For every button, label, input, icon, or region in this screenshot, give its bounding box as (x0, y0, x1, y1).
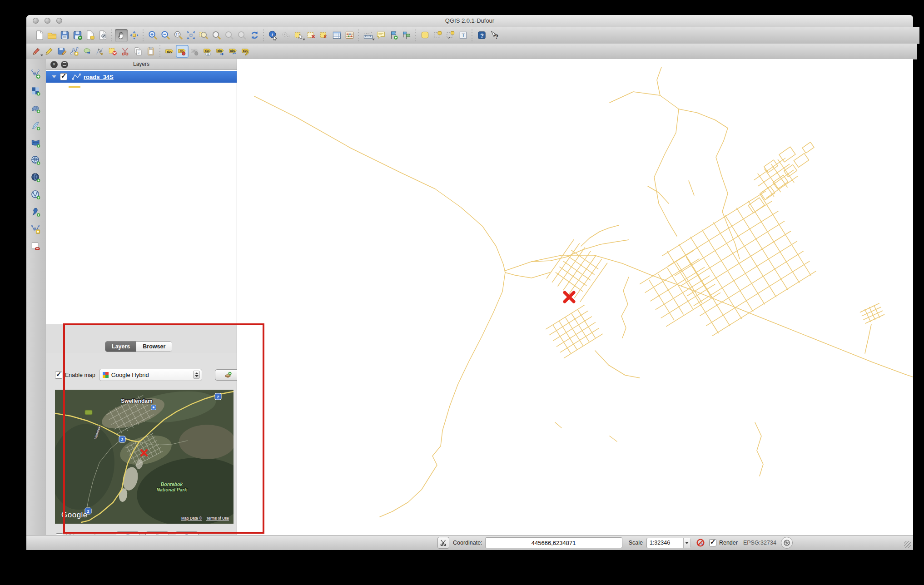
google-logo[interactable]: Google (61, 511, 88, 519)
save-project-as-icon[interactable] (71, 29, 84, 42)
toolbar-separator (413, 30, 417, 41)
whats-this-icon[interactable]: ? (488, 29, 501, 42)
remove-layer-icon[interactable] (30, 240, 42, 253)
zoom-next-icon[interactable] (235, 29, 248, 42)
zoom-to-selection-icon[interactable] (210, 29, 223, 42)
help-contents-icon[interactable]: ? (475, 29, 488, 42)
close-panel-icon[interactable]: × (50, 61, 58, 68)
resize-grip[interactable] (904, 541, 911, 548)
save-layer-edits-icon[interactable] (55, 45, 68, 58)
form-annotation-icon (432, 30, 443, 40)
current-edits-icon[interactable] (30, 45, 43, 58)
copy-features-icon[interactable] (132, 45, 144, 58)
new-bookmark-icon[interactable] (387, 29, 400, 42)
paste-features-icon[interactable] (144, 45, 157, 58)
enable-map-checkbox[interactable] (55, 372, 62, 379)
open-project-icon[interactable] (45, 29, 58, 42)
title-bar[interactable]: QGIS 2.0.1-Dufour (26, 15, 913, 27)
add-spatialite-layer-icon[interactable] (30, 119, 42, 132)
crs-status-button[interactable] (781, 537, 793, 549)
zoom-full-icon (186, 30, 196, 40)
tab-browser[interactable]: Browser (136, 342, 172, 352)
layers-list[interactable]: roads_34S (46, 70, 237, 324)
identify-features-icon[interactable]: i (267, 29, 279, 42)
delete-selected-icon[interactable] (106, 45, 119, 58)
new-project-icon[interactable] (33, 29, 45, 42)
label-move-icon[interactable]: abc (214, 45, 227, 58)
label-pin-icon[interactable]: ab (176, 45, 189, 58)
add-mssql-layer-icon[interactable] (30, 136, 42, 149)
map-canvas[interactable] (237, 59, 913, 535)
add-delimited-text-icon[interactable] (30, 205, 42, 218)
attribute-table-icon[interactable] (330, 29, 343, 42)
layer-visibility-checkbox[interactable] (60, 73, 67, 80)
run-feature-action-icon[interactable] (279, 29, 292, 42)
stop-render-icon[interactable] (695, 538, 705, 548)
move-annotation-icon[interactable] (444, 29, 457, 42)
zoom-last-icon[interactable] (223, 29, 235, 42)
text-annotation-icon[interactable]: T (457, 29, 469, 42)
mouse-position-toggle-button[interactable] (437, 537, 449, 549)
label-visibility-icon[interactable]: abc (201, 45, 214, 58)
new-shapefile-icon[interactable] (30, 223, 42, 235)
add-feature-icon[interactable] (68, 45, 81, 58)
roads-map-svg (237, 59, 913, 535)
label-rotate-icon[interactable]: abc (227, 45, 239, 58)
cut-features-icon[interactable] (119, 45, 132, 58)
add-postgis-layer-icon[interactable] (30, 102, 42, 114)
add-vector-layer-icon[interactable] (30, 67, 42, 80)
pan-map-icon[interactable] (115, 29, 128, 42)
refresh-map-icon[interactable] (248, 29, 261, 42)
form-annotation-icon[interactable] (431, 29, 444, 42)
add-wfs-layer-icon[interactable] (30, 188, 42, 201)
show-bookmarks-icon[interactable] (400, 29, 412, 42)
composer-manager-icon[interactable] (96, 29, 109, 42)
zoom-native-icon[interactable]: 1:1 (172, 29, 184, 42)
map-data-link[interactable]: Map Data © (181, 516, 202, 521)
coordinate-input[interactable] (485, 537, 622, 548)
svg-text:1:1: 1:1 (175, 33, 180, 36)
pan-to-selection-icon[interactable] (128, 29, 140, 42)
zoom-out-icon[interactable] (159, 29, 172, 42)
zoom-full-icon[interactable] (184, 29, 197, 42)
add-wms-layer-icon (30, 155, 41, 165)
add-wms-layer-icon[interactable] (30, 154, 42, 166)
layer-row[interactable]: roads_34S (46, 71, 237, 83)
dock-tabs: Layers Browser (105, 341, 172, 352)
move-feature-icon[interactable] (81, 45, 94, 58)
float-panel-icon[interactable] (61, 61, 68, 68)
annotation-icon[interactable] (418, 29, 431, 42)
render-checkbox[interactable] (709, 539, 716, 546)
overview-map[interactable]: 222SwellendamVoortrekBontebokNational Pa… (55, 390, 233, 524)
zoom-to-layer-icon[interactable] (197, 29, 210, 42)
field-calculator-icon[interactable] (343, 29, 356, 42)
save-project-icon[interactable] (58, 29, 71, 42)
add-wcs-layer-icon[interactable] (30, 171, 42, 183)
roads-layer (254, 67, 913, 517)
label-unpin-icon[interactable]: ab (189, 45, 201, 58)
select-features-icon[interactable] (292, 29, 305, 42)
new-bookmark-icon (388, 30, 399, 40)
map-tips-icon[interactable] (374, 29, 387, 42)
expand-layer-icon[interactable] (52, 75, 56, 78)
node-tool-icon[interactable] (94, 45, 106, 58)
select-by-expression-icon[interactable]: ε (318, 29, 330, 42)
deselect-features-icon[interactable] (305, 29, 318, 42)
label-properties-icon[interactable]: abc (239, 45, 252, 58)
run-feature-action-icon (281, 30, 291, 40)
measure-icon[interactable] (362, 29, 374, 42)
terms-of-use-link[interactable]: Terms of Use (206, 516, 229, 521)
add-raster-layer-icon (30, 86, 41, 96)
toggle-editing-icon[interactable] (43, 45, 55, 58)
tab-layers[interactable]: Layers (105, 342, 136, 352)
zoom-in-icon[interactable] (146, 29, 159, 42)
new-composer-icon[interactable] (84, 29, 96, 42)
map-type-dropdown[interactable]: Google Hybrid (99, 369, 202, 381)
scale-combo[interactable]: 1:32346 (646, 538, 691, 548)
annotation-icon (420, 30, 430, 40)
add-feature-icon (70, 46, 79, 56)
label-settings-icon[interactable]: abc (163, 45, 176, 58)
zoom-native-icon: 1:1 (173, 30, 184, 40)
dropdown-stepper-icon (193, 371, 200, 379)
add-raster-layer-icon[interactable] (30, 84, 42, 97)
